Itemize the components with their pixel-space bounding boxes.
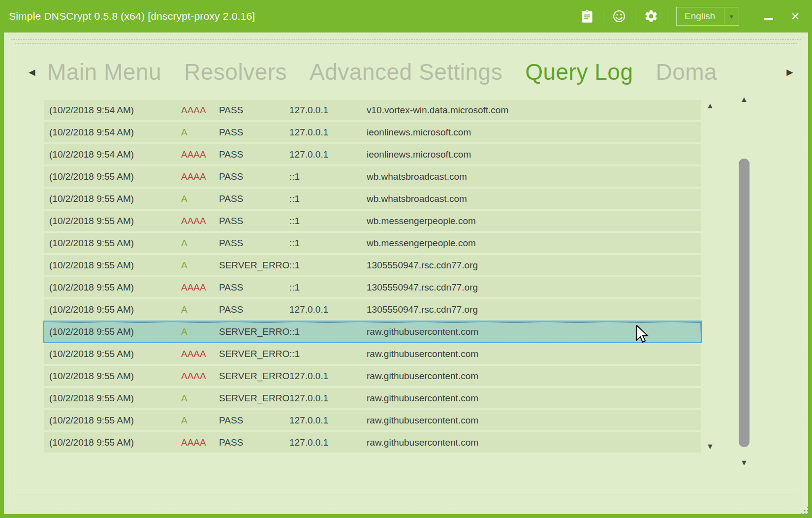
content-area: ◄ Main Menu Resolvers Advanced Settings … bbox=[4, 32, 808, 514]
query-log-row[interactable]: (10/2/2018 9:55 AM) AAAA SERVER_ERROR ::… bbox=[44, 344, 701, 364]
tab-scroll-right-button[interactable]: ► bbox=[782, 65, 797, 80]
tab-label: Doma bbox=[656, 59, 717, 85]
cell-result: PASS bbox=[219, 100, 289, 120]
gear-icon[interactable] bbox=[643, 8, 659, 25]
cell-domain: raw.githubusercontent.com bbox=[367, 322, 478, 342]
query-log-row[interactable]: (10/2/2018 9:54 AM) AAAA PASS 127.0.0.1 … bbox=[44, 100, 701, 120]
query-log-list: (10/2/2018 9:54 AM) AAAA PASS 127.0.0.1 … bbox=[44, 100, 701, 454]
cell-type: AAAA bbox=[181, 432, 206, 453]
cell-address: 127.0.0.1 bbox=[289, 122, 328, 142]
tab-label: Resolvers bbox=[184, 59, 287, 85]
tab-doma[interactable]: Doma bbox=[656, 59, 717, 85]
cell-date: (10/2/2018 9:54 AM) bbox=[49, 122, 134, 142]
titlebar[interactable]: Simple DNSCrypt 0.5.8 (x64) [dnscrypt-pr… bbox=[0, 0, 812, 32]
cell-result: PASS bbox=[219, 122, 289, 142]
cell-result: PASS bbox=[219, 299, 289, 320]
cell-date: (10/2/2018 9:55 AM) bbox=[49, 344, 134, 364]
cell-date: (10/2/2018 9:54 AM) bbox=[49, 144, 134, 164]
query-log-row[interactable]: (10/2/2018 9:54 AM) A PASS 127.0.0.1 ieo… bbox=[44, 122, 701, 142]
cell-result: PASS bbox=[219, 166, 289, 187]
cell-type: A bbox=[181, 388, 187, 408]
tab-main-menu[interactable]: Main Menu bbox=[47, 59, 161, 85]
clipboard-icon[interactable] bbox=[579, 8, 595, 25]
page-scrollbar[interactable]: ▲ ▼ bbox=[736, 94, 752, 469]
query-log-row[interactable]: (10/2/2018 9:55 AM) A SERVER_ERROR ::1 1… bbox=[44, 255, 701, 275]
tab-scroll-left-button[interactable]: ◄ bbox=[25, 65, 39, 80]
cell-address: 127.0.0.1 bbox=[289, 388, 328, 408]
cell-domain: raw.githubusercontent.com bbox=[367, 388, 478, 408]
query-log-row[interactable]: (10/2/2018 9:55 AM) A PASS ::1 wb.messen… bbox=[44, 233, 701, 253]
query-log-row[interactable]: (10/2/2018 9:55 AM) A PASS 127.0.0.1 130… bbox=[44, 299, 701, 320]
query-log-row[interactable]: (10/2/2018 9:55 AM) AAAA PASS ::1 wb.mes… bbox=[44, 211, 701, 231]
cell-date: (10/2/2018 9:55 AM) bbox=[49, 255, 134, 275]
cell-type: AAAA bbox=[181, 166, 206, 187]
list-scrollbar[interactable]: ▲ ▼ bbox=[702, 100, 718, 453]
tab-query-log[interactable]: Query Log bbox=[525, 59, 633, 85]
smiley-icon[interactable] bbox=[611, 8, 627, 25]
cell-date: (10/2/2018 9:55 AM) bbox=[49, 233, 134, 253]
cell-result: PASS bbox=[219, 277, 289, 297]
cell-domain: v10.vortex-win.data.microsoft.com bbox=[367, 100, 508, 120]
cell-domain: wb.whatsbroadcast.com bbox=[367, 189, 467, 209]
titlebar-separator bbox=[667, 10, 667, 23]
cell-address: ::1 bbox=[289, 344, 300, 364]
query-log-row[interactable]: (10/2/2018 9:54 AM) AAAA PASS 127.0.0.1 … bbox=[44, 144, 701, 164]
minimize-button[interactable] bbox=[760, 6, 778, 26]
cell-result: PASS bbox=[219, 189, 289, 209]
scroll-up-icon[interactable]: ▲ bbox=[736, 94, 752, 105]
cell-type: A bbox=[181, 233, 187, 253]
cell-date: (10/2/2018 9:55 AM) bbox=[49, 166, 134, 187]
cell-domain: raw.githubusercontent.com bbox=[367, 344, 478, 364]
cell-address: 127.0.0.1 bbox=[289, 100, 328, 120]
cell-result: SERVER_ERROR bbox=[219, 255, 289, 275]
cell-address: ::1 bbox=[289, 277, 300, 297]
titlebar-separator bbox=[635, 10, 635, 23]
cell-address: ::1 bbox=[289, 233, 300, 253]
cell-date: (10/2/2018 9:55 AM) bbox=[49, 211, 134, 231]
language-selector[interactable]: English ▾ bbox=[676, 7, 739, 26]
scrollbar-thumb[interactable] bbox=[739, 159, 750, 447]
query-log-row[interactable]: (10/2/2018 9:55 AM) AAAA SERVER_ERROR 12… bbox=[44, 366, 701, 386]
cell-result: PASS bbox=[219, 144, 289, 164]
cell-type: AAAA bbox=[181, 277, 206, 297]
tab-label: Advanced Settings bbox=[310, 59, 502, 85]
cell-result: SERVER_ERROR bbox=[219, 344, 289, 364]
query-log-row[interactable]: (10/2/2018 9:55 AM) AAAA PASS ::1 130555… bbox=[44, 277, 701, 297]
cell-address: 127.0.0.1 bbox=[289, 410, 328, 430]
scroll-down-icon[interactable]: ▼ bbox=[736, 457, 752, 469]
query-log-row[interactable]: (10/2/2018 9:55 AM) A SERVER_ERROR ::1 r… bbox=[44, 322, 701, 342]
query-log-row[interactable]: (10/2/2018 9:55 AM) A SERVER_ERROR 127.0… bbox=[44, 388, 701, 408]
cell-type: AAAA bbox=[181, 366, 206, 386]
cell-type: AAAA bbox=[181, 344, 206, 364]
cell-address: 127.0.0.1 bbox=[289, 366, 328, 386]
cell-domain: raw.githubusercontent.com bbox=[367, 432, 478, 453]
titlebar-controls: English ▾ × bbox=[574, 0, 805, 32]
cell-domain: raw.githubusercontent.com bbox=[367, 410, 478, 430]
resize-grip[interactable] bbox=[801, 507, 810, 516]
chevron-down-icon: ▾ bbox=[724, 7, 739, 25]
query-log-row[interactable]: (10/2/2018 9:55 AM) A PASS 127.0.0.1 raw… bbox=[44, 410, 701, 430]
cell-date: (10/2/2018 9:55 AM) bbox=[49, 277, 134, 297]
cell-date: (10/2/2018 9:55 AM) bbox=[49, 189, 134, 209]
titlebar-separator bbox=[603, 10, 603, 23]
cell-type: A bbox=[181, 255, 187, 275]
close-button[interactable]: × bbox=[785, 6, 805, 26]
cell-address: ::1 bbox=[289, 189, 300, 209]
query-log-row[interactable]: (10/2/2018 9:55 AM) A PASS ::1 wb.whatsb… bbox=[44, 189, 701, 209]
cell-domain: 1305550947.rsc.cdn77.org bbox=[367, 299, 478, 320]
cell-date: (10/2/2018 9:55 AM) bbox=[49, 388, 134, 408]
cell-type: A bbox=[181, 410, 187, 430]
language-value: English bbox=[677, 7, 724, 25]
scroll-up-icon[interactable]: ▲ bbox=[702, 100, 718, 112]
query-log-row[interactable]: (10/2/2018 9:55 AM) AAAA PASS 127.0.0.1 … bbox=[44, 432, 701, 453]
cell-date: (10/2/2018 9:55 AM) bbox=[49, 432, 134, 453]
cell-address: ::1 bbox=[289, 255, 300, 275]
tab-advanced-settings[interactable]: Advanced Settings bbox=[310, 59, 502, 85]
cell-domain: ieonlinews.microsoft.com bbox=[367, 122, 471, 142]
tab-resolvers[interactable]: Resolvers bbox=[184, 59, 287, 85]
cell-address: 127.0.0.1 bbox=[289, 144, 328, 164]
scroll-down-icon[interactable]: ▼ bbox=[702, 441, 718, 453]
query-log-row[interactable]: (10/2/2018 9:55 AM) AAAA PASS ::1 wb.wha… bbox=[44, 166, 701, 187]
cell-domain: 1305550947.rsc.cdn77.org bbox=[367, 277, 478, 297]
tab-label: Main Menu bbox=[47, 59, 161, 85]
